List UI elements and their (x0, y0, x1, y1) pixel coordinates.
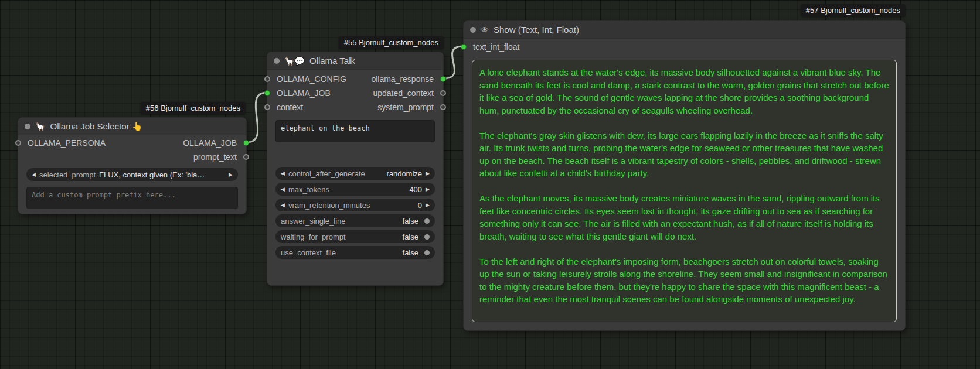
collapse-dot-icon[interactable] (470, 27, 476, 33)
combo-value: FLUX, context given (Ex: 'bla… (99, 170, 225, 179)
combo-label: selected_prompt (39, 170, 96, 179)
output-slot-ollama-job[interactable] (243, 140, 249, 146)
node-ollama-talk[interactable]: 🦙💬 Ollama Talk OLLAMA_CONFIG ollama_resp… (267, 52, 444, 286)
answer-single-line-toggle[interactable]: answer_single_line false (275, 214, 435, 227)
arrow-left-icon[interactable]: ◀ (32, 172, 36, 177)
collapse-dot-icon[interactable] (274, 58, 280, 64)
selected-prompt-combo[interactable]: ◀ selected_prompt FLUX, context given (E… (26, 168, 238, 181)
collapse-dot-icon[interactable] (25, 124, 30, 129)
output-slot-updated-context[interactable] (440, 90, 446, 96)
output-slot-ollama-response[interactable] (440, 76, 446, 82)
widget-value: randomize (386, 169, 422, 178)
output-slot-system-prompt[interactable] (440, 104, 446, 110)
arrow-right-icon[interactable]: ▶ (229, 172, 233, 177)
prompt-input[interactable]: elephant on the beach (275, 120, 435, 142)
llama-icon: 🦙 (35, 122, 45, 131)
eye-icon: 👁 (481, 26, 489, 34)
arrow-right-icon[interactable]: ▶ (426, 171, 430, 176)
node-graph-canvas[interactable]: #56 Bjornulf_custom_nodes #55 Bjornulf_c… (0, 0, 980, 369)
arrow-right-icon[interactable]: ▶ (426, 203, 430, 208)
node-title: Ollama Talk (309, 56, 355, 66)
toggle-dot-icon[interactable] (424, 234, 430, 240)
node-title: Ollama Job Selector 👆 (50, 121, 142, 132)
llama-chat-icon: 🦙💬 (284, 57, 305, 65)
toggle-dot-icon[interactable] (424, 218, 430, 224)
input-slot-ollama-job[interactable] (264, 90, 270, 96)
input-label: OLLAMA_CONFIG (277, 74, 346, 84)
widget-value: 0 (418, 201, 422, 210)
output-label: system_prompt (377, 102, 434, 112)
wire-ollama-response (444, 46, 463, 78)
input-label: OLLAMA_JOB (277, 88, 331, 98)
node-titlebar[interactable]: 👁 Show (Text, Int, Float) (464, 21, 905, 39)
output-label: updated_context (373, 88, 434, 98)
max-tokens-stepper[interactable]: ◀ max_tokens 400 ▶ (275, 183, 435, 196)
node-ollama-job-selector[interactable]: 🦙 Ollama Job Selector 👆 OLLAMA_PERSONA O… (18, 117, 247, 214)
arrow-left-icon[interactable]: ◀ (281, 187, 285, 192)
node-id-badge-55: #55 Bjornulf_custom_nodes (339, 36, 444, 49)
control-after-generate-combo[interactable]: ◀ control_after_generate randomize ▶ (275, 167, 435, 180)
input-label: OLLAMA_PERSONA (28, 138, 106, 148)
node-id-badge-57: #57 Bjornulf_custom_nodes (801, 4, 906, 16)
node-spacer (267, 142, 443, 167)
widget-label: use_context_file (281, 248, 336, 257)
widget-label: answer_single_line (281, 217, 346, 226)
node-titlebar[interactable]: 🦙💬 Ollama Talk (267, 52, 443, 70)
widget-value: false (403, 233, 418, 241)
input-label: context (277, 102, 303, 112)
node-title: Show (Text, Int, Float) (494, 25, 579, 35)
arrow-right-icon[interactable]: ▶ (426, 187, 430, 192)
show-text-output[interactable]: A lone elephant stands at the water's ed… (472, 60, 897, 322)
prompt-prefix-input[interactable] (26, 187, 238, 209)
input-slot-ollama-persona[interactable] (15, 140, 21, 146)
widget-label: max_tokens (288, 185, 329, 194)
node-titlebar[interactable]: 🦙 Ollama Job Selector 👆 (18, 118, 246, 135)
vram-retention-minutes-stepper[interactable]: ◀ vram_retention_minutes 0 ▶ (275, 199, 435, 211)
use-context-file-toggle[interactable]: use_context_file false (275, 246, 435, 259)
widget-value: false (403, 248, 418, 257)
arrow-left-icon[interactable]: ◀ (281, 203, 285, 208)
arrow-left-icon[interactable]: ◀ (281, 171, 285, 176)
widget-label: control_after_generate (288, 169, 365, 178)
output-label: ollama_response (371, 74, 434, 84)
toggle-dot-icon[interactable] (424, 250, 430, 255)
waiting-for-prompt-toggle[interactable]: waiting_for_prompt false (275, 230, 435, 243)
input-label: text_int_float (473, 42, 519, 52)
output-slot-prompt-text[interactable] (243, 154, 249, 160)
output-label: prompt_text (193, 152, 237, 162)
widget-value: 400 (409, 185, 422, 194)
widget-value: false (403, 217, 418, 226)
widget-label: vram_retention_minutes (288, 201, 370, 210)
input-slot-context[interactable] (264, 104, 270, 110)
node-show-text-int-float[interactable]: 👁 Show (Text, Int, Float) text_int_float… (463, 20, 906, 331)
input-slot-text-int-float[interactable] (461, 44, 467, 50)
input-slot-ollama-config[interactable] (264, 76, 270, 82)
output-label: OLLAMA_JOB (183, 138, 237, 148)
wire-ollama-job (247, 93, 267, 142)
node-id-badge-56: #56 Bjornulf_custom_nodes (141, 102, 246, 114)
widget-label: waiting_for_prompt (281, 233, 346, 241)
